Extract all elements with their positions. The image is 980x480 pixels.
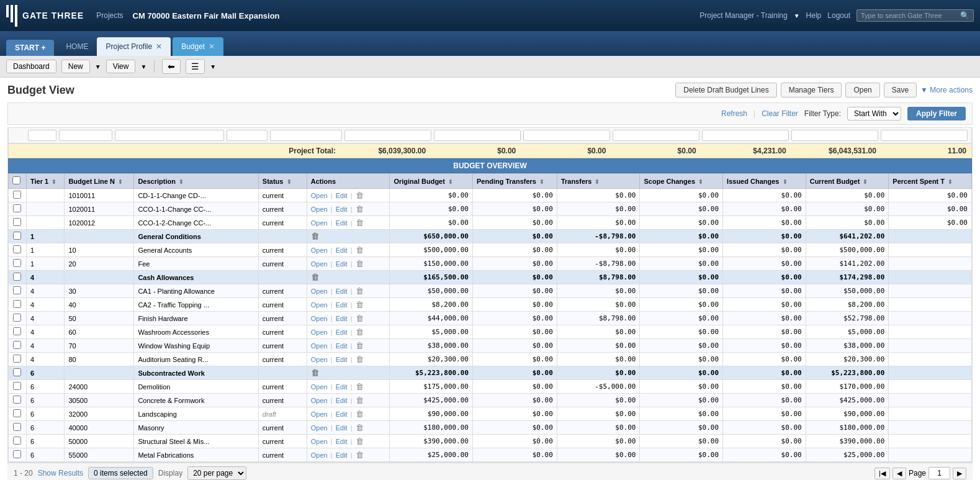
desc-sort-icon[interactable]: ⇕	[179, 179, 184, 185]
back-btn[interactable]: ⬅	[162, 59, 181, 74]
tier1-sort-icon[interactable]: ⇕	[52, 179, 56, 185]
edit-link[interactable]: Edit	[336, 301, 348, 309]
project-profile-tab[interactable]: Project Profile ✕	[97, 37, 171, 56]
delete-icon[interactable]: 🗑	[311, 232, 319, 241]
help-link[interactable]: Help	[806, 11, 822, 20]
filter-issued-input[interactable]	[702, 130, 789, 141]
row-checkbox[interactable]	[13, 355, 21, 363]
pending-sort-icon[interactable]: ⇕	[539, 179, 544, 185]
delete-icon[interactable]: 🗑	[356, 382, 364, 391]
filter-actions-input[interactable]	[270, 130, 342, 141]
user-dropdown-arrow[interactable]: ▼	[794, 12, 800, 19]
row-checkbox[interactable]	[13, 259, 21, 267]
edit-link[interactable]: Edit	[336, 260, 348, 268]
status-sort-icon[interactable]: ⇕	[287, 179, 292, 185]
open-link[interactable]: Open	[311, 260, 328, 268]
edit-link[interactable]: Edit	[336, 438, 348, 445]
row-checkbox[interactable]	[13, 232, 21, 240]
edit-link[interactable]: Edit	[336, 397, 348, 404]
filter-transfers-input[interactable]	[523, 130, 610, 141]
project-profile-close-icon[interactable]: ✕	[156, 42, 162, 51]
filter-type-select[interactable]: Start With	[847, 107, 901, 120]
next-page-btn[interactable]: ▶	[953, 468, 966, 479]
row-checkbox[interactable]	[13, 382, 21, 390]
projects-link[interactable]: Projects	[96, 11, 123, 20]
open-btn[interactable]: Open	[845, 83, 879, 97]
view-btn[interactable]: View	[106, 60, 136, 73]
row-checkbox[interactable]	[13, 437, 21, 445]
new-dropdown-arrow[interactable]: ▼	[95, 63, 101, 70]
transfers-sort-icon[interactable]: ⇕	[595, 179, 600, 185]
open-link[interactable]: Open	[311, 438, 328, 445]
filter-desc-input[interactable]	[115, 130, 224, 141]
delete-icon[interactable]: 🗑	[356, 409, 364, 419]
edit-link[interactable]: Edit	[336, 356, 348, 363]
delete-icon[interactable]: 🗑	[356, 355, 364, 364]
row-checkbox[interactable]	[13, 450, 21, 458]
menu-dropdown-arrow[interactable]: ▼	[210, 63, 216, 70]
row-checkbox[interactable]	[13, 273, 21, 281]
edit-link[interactable]: Edit	[336, 247, 348, 254]
edit-link[interactable]: Edit	[336, 410, 348, 418]
budget-tab[interactable]: Budget ✕	[173, 37, 223, 56]
filter-orig-budget-input[interactable]	[344, 130, 431, 141]
first-page-btn[interactable]: |◀	[874, 468, 890, 479]
open-link[interactable]: Open	[311, 383, 328, 391]
edit-link[interactable]: Edit	[336, 383, 348, 391]
delete-icon[interactable]: 🗑	[356, 423, 364, 432]
prev-page-btn[interactable]: ◀	[892, 468, 906, 479]
refresh-link[interactable]: Refresh	[721, 109, 747, 118]
edit-link[interactable]: Edit	[336, 328, 348, 336]
search-box[interactable]: 🔍	[856, 9, 974, 22]
row-checkbox[interactable]	[13, 286, 21, 294]
delete-icon[interactable]: 🗑	[356, 218, 364, 227]
row-checkbox[interactable]	[13, 204, 21, 212]
edit-link[interactable]: Edit	[336, 206, 348, 213]
filter-line-input[interactable]	[59, 130, 112, 141]
row-checkbox[interactable]	[13, 341, 21, 349]
delete-icon[interactable]: 🗑	[356, 314, 364, 323]
row-checkbox[interactable]	[13, 300, 21, 308]
logout-link[interactable]: Logout	[827, 11, 850, 20]
open-link[interactable]: Open	[311, 356, 328, 363]
pct-sort-icon[interactable]: ⇕	[948, 179, 953, 185]
search-input[interactable]	[861, 12, 960, 19]
open-link[interactable]: Open	[311, 410, 328, 418]
page-number-input[interactable]	[928, 467, 950, 479]
row-checkbox[interactable]	[13, 191, 21, 199]
open-link[interactable]: Open	[311, 397, 328, 404]
filter-status-input[interactable]	[227, 130, 267, 141]
open-link[interactable]: Open	[311, 301, 328, 309]
edit-link[interactable]: Edit	[336, 451, 348, 459]
row-checkbox[interactable]	[13, 245, 21, 253]
row-checkbox[interactable]	[13, 368, 21, 376]
budget-close-icon[interactable]: ✕	[209, 42, 215, 51]
view-dropdown-arrow[interactable]: ▼	[140, 63, 146, 70]
show-results-link[interactable]: Show Results	[38, 469, 83, 478]
filter-tier1-input[interactable]	[28, 130, 56, 141]
row-checkbox[interactable]	[13, 423, 21, 431]
row-checkbox[interactable]	[13, 314, 21, 322]
orig-sort-icon[interactable]: ⇕	[448, 179, 453, 185]
delete-icon[interactable]: 🗑	[356, 259, 364, 268]
manage-tiers-btn[interactable]: Manage Tiers	[781, 83, 842, 97]
user-label[interactable]: Project Manager - Training	[699, 11, 787, 20]
delete-icon[interactable]: 🗑	[356, 204, 364, 214]
edit-link[interactable]: Edit	[336, 192, 348, 199]
open-link[interactable]: Open	[311, 192, 328, 199]
open-link[interactable]: Open	[311, 451, 328, 459]
delete-icon[interactable]: 🗑	[356, 286, 364, 296]
edit-link[interactable]: Edit	[336, 219, 348, 227]
edit-link[interactable]: Edit	[336, 424, 348, 432]
start-tab[interactable]: START +	[6, 40, 54, 56]
select-all-checkbox[interactable]	[12, 176, 20, 184]
delete-draft-btn[interactable]: Delete Draft Budget Lines	[675, 83, 776, 97]
line-sort-icon[interactable]: ⇕	[118, 179, 123, 185]
open-link[interactable]: Open	[311, 328, 328, 336]
delete-icon[interactable]: 🗑	[356, 396, 364, 405]
delete-icon[interactable]: 🗑	[311, 273, 319, 282]
row-checkbox[interactable]	[13, 409, 21, 417]
delete-icon[interactable]: 🗑	[356, 437, 364, 446]
issued-sort-icon[interactable]: ⇕	[783, 179, 788, 185]
per-page-select[interactable]: 20 per page	[187, 466, 246, 480]
